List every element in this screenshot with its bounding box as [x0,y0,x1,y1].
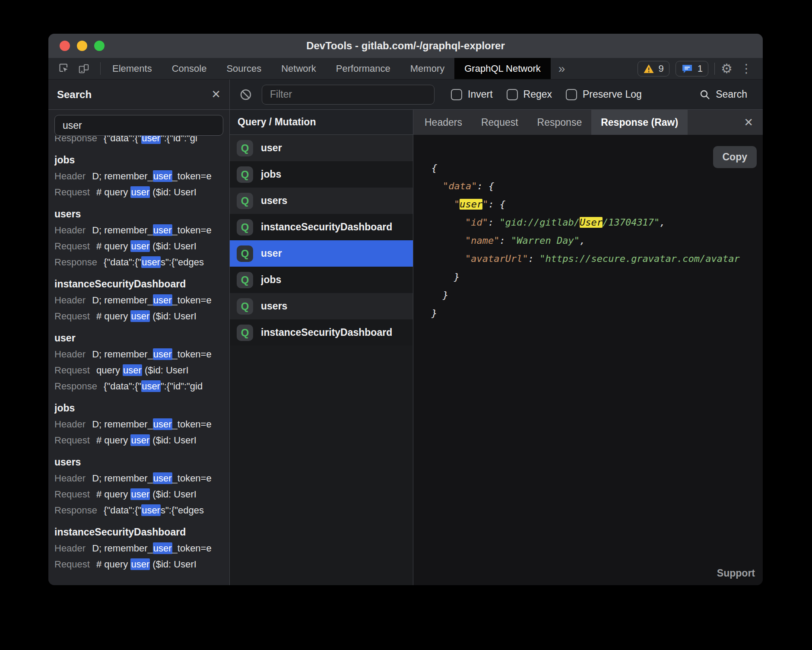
more-tabs-chevron-icon[interactable]: » [551,58,573,79]
result-row-label: Response [54,505,97,516]
checkbox-preserve-log[interactable]: Preserve Log [566,89,642,100]
json-token: , [580,235,585,246]
search-result-row[interactable]: Request# query user ($id: UserI [54,308,229,324]
query-list-item-jobs[interactable]: Qjobs [230,267,413,293]
result-text: # query [96,311,131,322]
checkbox-invert[interactable]: Invert [451,89,493,100]
query-list-item-user[interactable]: Quser [230,135,413,161]
search-panel-header: Search ✕ [48,80,229,110]
warnings-count: 9 [659,63,664,74]
result-row-label: Header [54,543,86,554]
json-token: "https://secure.gravatar.com/avatar [539,253,740,264]
result-row-label: Header [54,295,86,306]
search-match-highlight: user [153,348,172,360]
result-text: _token=e [172,225,212,236]
search-result-row[interactable]: HeaderD; remember_user_token=e [54,470,229,486]
tab-sources[interactable]: Sources [216,58,271,79]
checkbox-box [566,89,577,100]
checkbox-label: Preserve Log [583,89,642,100]
devtools-tabbar: ElementsConsoleSourcesNetworkPerformance… [48,58,763,80]
json-token: : { [477,181,494,191]
result-text: ($id: UserI [150,241,197,252]
minimize-window-button[interactable] [77,41,87,51]
search-result-row[interactable]: Request# query user ($id: UserI [54,184,229,200]
tab-network[interactable]: Network [271,58,326,79]
tab-console[interactable]: Console [162,58,217,79]
detail-tab-headers[interactable]: Headers [415,110,472,135]
result-row-label: Header [54,349,86,360]
close-window-button[interactable] [60,41,70,51]
clear-block-icon[interactable] [239,88,252,101]
search-result-row[interactable]: Requestquery user ($id: UserI [54,362,229,378]
query-list-item-users[interactable]: Qusers [230,188,413,214]
tab-graphql-network[interactable]: GraphQL Network [454,58,550,79]
copy-button[interactable]: Copy [713,146,757,168]
query-type-icon: Q [237,272,253,288]
checkbox-regex[interactable]: Regex [507,89,552,100]
query-list-item-jobs[interactable]: Qjobs [230,161,413,188]
tab-performance[interactable]: Performance [326,58,400,79]
search-result-row[interactable]: HeaderD; remember_user_token=e [54,346,229,362]
json-token: "gid://gitlab/ [499,217,579,228]
search-result-row[interactable]: Response{"data":{"user":{"id":"gid [54,378,229,394]
close-search-panel-icon[interactable]: ✕ [211,88,221,101]
more-options-icon[interactable]: ⋮ [739,63,754,75]
result-row-label: Request [54,489,90,500]
search-result-row[interactable]: Response{"data":{"users":{"edges [54,254,229,270]
inspect-element-icon[interactable] [58,63,70,75]
json-line: } [431,304,763,322]
support-link[interactable]: Support [717,567,755,579]
json-token: "name" [465,235,499,246]
close-detail-panel-icon[interactable]: ✕ [734,110,763,135]
query-list-item-users[interactable]: Qusers [230,293,413,319]
result-section-title: instanceSecurityDashboard [54,524,229,540]
search-result-row[interactable]: Request# query user ($id: UserI [54,432,229,448]
device-toolbar-icon[interactable] [78,63,90,75]
search-input[interactable] [54,115,223,136]
settings-gear-icon[interactable]: ⚙ [721,62,733,75]
json-token: : { [488,199,505,210]
detail-tab-response-raw[interactable]: Response (Raw) [591,110,688,135]
result-row-label: Header [54,171,86,182]
search-result-row[interactable]: Request# query user ($id: UserI [54,556,229,572]
result-row-label: Request [54,311,90,322]
json-token: , [660,217,665,228]
query-list-item-user[interactable]: Quser [230,240,413,267]
json-line: "id": "gid://gitlab/User/13704317", [431,213,763,232]
query-name: users [261,195,287,207]
json-line: "name": "Warren Day", [431,232,763,250]
search-result-row[interactable]: HeaderD; remember_user_token=e [54,222,229,238]
query-mutation-list: QuserQjobsQusersQinstanceSecurityDashboa… [230,135,413,585]
result-row-value: {"data":{"users":{"edges [104,504,204,516]
search-result-section: usersHeaderD; remember_user_token=eReque… [54,454,229,518]
search-result-section: instanceSecurityDashboardHeaderD; rememb… [54,276,229,324]
detail-tab-response[interactable]: Response [528,110,592,135]
query-list-item-instanceSecurityDashboard[interactable]: QinstanceSecurityDashboard [230,214,413,240]
query-type-icon: Q [237,298,253,315]
query-name: instanceSecurityDashboard [261,221,392,233]
json-token: : [488,217,500,228]
search-result-row[interactable]: Response{"data":{"user":{"id":"gi [54,136,229,146]
detail-tab-request[interactable]: Request [472,110,528,135]
tab-memory[interactable]: Memory [400,58,454,79]
search-result-row[interactable]: HeaderD; remember_user_token=e [54,540,229,556]
result-row-label: Request [54,559,90,570]
zoom-window-button[interactable] [94,41,105,51]
query-type-icon: Q [237,140,253,156]
json-token: "data" [443,181,477,191]
query-list-item-instanceSecurityDashboard[interactable]: QinstanceSecurityDashboard [230,319,413,346]
detail-tabs: HeadersRequestResponseResponse (Raw)✕ [413,110,763,135]
warnings-badge[interactable]: 9 [638,61,669,76]
issues-badge[interactable]: 1 [676,61,708,76]
search-result-row[interactable]: Request# query user ($id: UserI [54,486,229,502]
search-result-row[interactable]: HeaderD; remember_user_token=e [54,416,229,432]
search-result-row[interactable]: Response{"data":{"users":{"edges [54,502,229,518]
search-result-row[interactable]: Request# query user ($id: UserI [54,238,229,254]
result-text: _token=e [172,349,212,360]
tab-elements[interactable]: Elements [102,58,162,79]
search-control[interactable]: Search [699,89,753,100]
result-text: ":{"id":"gi [161,136,197,143]
search-result-row[interactable]: HeaderD; remember_user_token=e [54,292,229,308]
search-result-row[interactable]: HeaderD; remember_user_token=e [54,168,229,184]
filter-input[interactable] [262,85,435,105]
